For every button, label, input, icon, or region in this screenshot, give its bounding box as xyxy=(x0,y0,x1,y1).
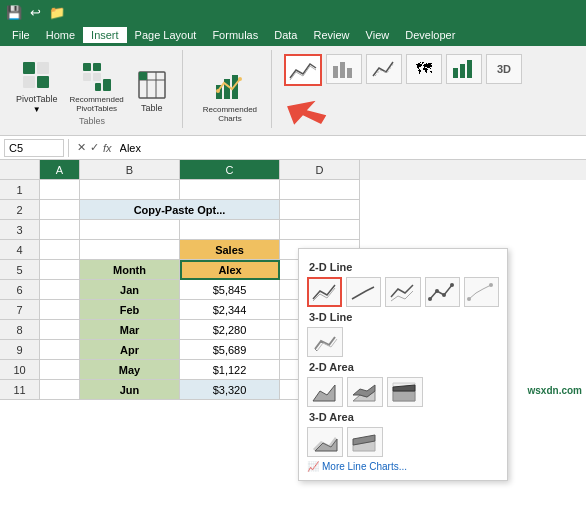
cell-b3[interactable] xyxy=(80,220,180,240)
cell-a6[interactable] xyxy=(40,280,80,300)
threed-chart-icon[interactable]: 3D xyxy=(486,54,522,84)
menu-developer[interactable]: Developer xyxy=(397,27,463,43)
cell-c5[interactable]: Alex xyxy=(180,260,280,280)
menu-insert[interactable]: Insert xyxy=(83,27,127,43)
line-2d-stacked-icon[interactable] xyxy=(346,277,381,307)
cell-a7[interactable] xyxy=(40,300,80,320)
pivot-table-button[interactable]: PivotTable ▼ xyxy=(12,58,62,116)
cell-reference[interactable] xyxy=(4,139,64,157)
cell-c7[interactable]: $2,344 xyxy=(180,300,280,320)
folder-button[interactable]: 📁 xyxy=(47,3,67,22)
section-3d-area-label: 3-D Area xyxy=(307,411,499,423)
line-3d-icon[interactable] xyxy=(307,327,343,357)
confirm-formula-icon[interactable]: ✓ xyxy=(90,141,99,154)
col-header-b[interactable]: B xyxy=(80,160,180,180)
more-line-charts[interactable]: 📈 More Line Charts... xyxy=(307,461,499,472)
chart-icons-area: 🗺 3D xyxy=(284,54,522,86)
cell-b4[interactable] xyxy=(80,240,180,260)
chart-icons-row1: 🗺 3D xyxy=(284,54,522,86)
line-2d-100-icon[interactable] xyxy=(385,277,420,307)
svg-point-31 xyxy=(467,297,471,301)
svg-rect-20 xyxy=(333,66,338,78)
cell-c3[interactable] xyxy=(180,220,280,240)
cell-b1[interactable] xyxy=(80,180,180,200)
cell-a4[interactable] xyxy=(40,240,80,260)
svg-marker-38 xyxy=(393,391,415,401)
formula-input[interactable] xyxy=(120,142,582,154)
chart-row-2d-line xyxy=(307,277,499,307)
cell-b10[interactable]: May xyxy=(80,360,180,380)
svg-point-32 xyxy=(489,283,493,287)
menu-pagelayout[interactable]: Page Layout xyxy=(127,27,205,43)
cell-c1[interactable] xyxy=(180,180,280,200)
cell-d3[interactable] xyxy=(280,220,360,240)
cell-a8[interactable] xyxy=(40,320,80,340)
cell-d1[interactable] xyxy=(280,180,360,200)
cell-c11[interactable]: $3,320 xyxy=(180,380,280,400)
line-2d-basic-icon[interactable] xyxy=(307,277,342,307)
scatter-chart-icon[interactable] xyxy=(366,54,402,84)
cell-d2[interactable] xyxy=(280,200,360,220)
cell-b2[interactable]: Copy-Paste Opt... xyxy=(80,200,280,220)
cell-a11[interactable] xyxy=(40,380,80,400)
svg-point-30 xyxy=(450,283,454,287)
area-2d-100-icon[interactable] xyxy=(387,377,423,407)
formula-divider xyxy=(68,139,69,157)
cell-b11[interactable]: Jun xyxy=(80,380,180,400)
area-2d-basic-icon[interactable] xyxy=(307,377,343,407)
table-button[interactable]: Table xyxy=(132,67,172,116)
cell-c6[interactable]: $5,845 xyxy=(180,280,280,300)
menu-data[interactable]: Data xyxy=(266,27,305,43)
row-header-9: 9 xyxy=(0,340,40,360)
svg-rect-5 xyxy=(93,63,101,71)
cell-b7[interactable]: Feb xyxy=(80,300,180,320)
row-header-6: 6 xyxy=(0,280,40,300)
cell-b9[interactable]: Apr xyxy=(80,340,180,360)
save-button[interactable]: 💾 xyxy=(4,3,24,22)
menu-review[interactable]: Review xyxy=(305,27,357,43)
cell-a3[interactable] xyxy=(40,220,80,240)
menu-file[interactable]: File xyxy=(4,27,38,43)
cell-b8[interactable]: Mar xyxy=(80,320,180,340)
cell-c8[interactable]: $2,280 xyxy=(180,320,280,340)
cancel-formula-icon[interactable]: ✕ xyxy=(77,141,86,154)
cell-a9[interactable] xyxy=(40,340,80,360)
line-chart-selected[interactable] xyxy=(284,54,322,86)
cell-b6[interactable]: Jan xyxy=(80,280,180,300)
maps-icon[interactable]: 🗺 xyxy=(406,54,442,84)
menu-view[interactable]: View xyxy=(358,27,398,43)
pivotchart-icon[interactable] xyxy=(446,54,482,84)
cell-b5[interactable]: Month xyxy=(80,260,180,280)
col-header-d[interactable]: D xyxy=(280,160,360,180)
col-header-a[interactable]: A xyxy=(40,160,80,180)
svg-marker-26 xyxy=(282,92,330,134)
insert-function-icon[interactable]: fx xyxy=(103,142,112,154)
cell-c9[interactable]: $5,689 xyxy=(180,340,280,360)
menu-formulas[interactable]: Formulas xyxy=(204,27,266,43)
spreadsheet: A B C D 1 2 Copy-Paste Opt... 3 4 Sales … xyxy=(0,160,586,400)
recommended-charts-button[interactable]: RecommendedCharts xyxy=(199,69,261,126)
bar-chart-icon[interactable] xyxy=(326,54,362,84)
line-2d-markers-icon[interactable] xyxy=(425,277,460,307)
cell-c10[interactable]: $1,122 xyxy=(180,360,280,380)
area-3d-basic-icon[interactable] xyxy=(307,427,343,457)
svg-rect-22 xyxy=(347,68,352,78)
cell-a2[interactable] xyxy=(40,200,80,220)
cell-a10[interactable] xyxy=(40,360,80,380)
row-header-11: 11 xyxy=(0,380,40,400)
col-header-c[interactable]: C xyxy=(180,160,280,180)
cell-a5[interactable] xyxy=(40,260,80,280)
area-2d-stacked-icon[interactable] xyxy=(347,377,383,407)
menu-home[interactable]: Home xyxy=(38,27,83,43)
cell-a1[interactable] xyxy=(40,180,80,200)
cell-c4[interactable]: Sales xyxy=(180,240,280,260)
tables-group: PivotTable ▼ RecommendedPivotTables xyxy=(8,50,183,128)
svg-rect-25 xyxy=(467,60,472,78)
svg-rect-23 xyxy=(453,68,458,78)
area-3d-stacked-icon[interactable] xyxy=(347,427,383,457)
undo-button[interactable]: ↩ xyxy=(28,3,43,22)
formula-bar: ✕ ✓ fx xyxy=(0,136,586,160)
recommended-pivottables-button[interactable]: RecommendedPivotTables xyxy=(66,59,128,116)
line-2d-stacked-markers-icon[interactable] xyxy=(464,277,499,307)
row-header-10: 10 xyxy=(0,360,40,380)
